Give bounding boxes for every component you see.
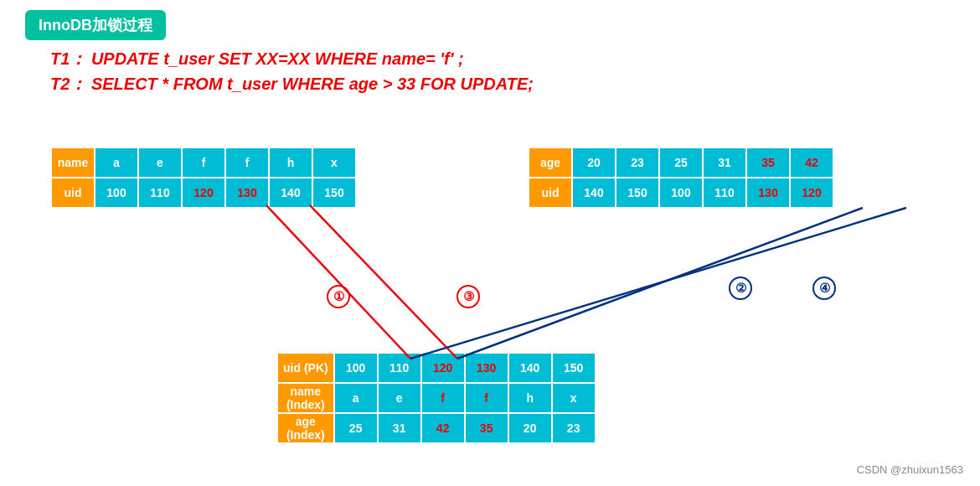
circle-4: ④	[812, 277, 836, 300]
svg-line-0	[266, 205, 410, 359]
circle-2: ②	[729, 277, 752, 300]
sql-block: T1： UPDATE t_user SET XX=XX WHERE name= …	[50, 46, 534, 96]
pk-table: uid (PK)100110120130140150 name (Index)a…	[276, 352, 596, 444]
watermark: CSDN @zhuixun1563	[857, 463, 963, 476]
age-index-table: age202325313542 uid140150100110130120	[528, 147, 834, 209]
svg-line-2	[457, 208, 863, 359]
name-index-table: nameaeffhx uid100110120130140150	[50, 147, 357, 209]
title-badge: InnoDB加锁过程	[25, 10, 166, 40]
circle-3: ③	[456, 285, 480, 308]
circle-1: ①	[327, 285, 350, 308]
sql-line1: T1： UPDATE t_user SET XX=XX WHERE name= …	[50, 46, 534, 71]
sql-line2: T2： SELECT * FROM t_user WHERE age > 33 …	[50, 71, 534, 96]
svg-line-1	[310, 205, 457, 359]
